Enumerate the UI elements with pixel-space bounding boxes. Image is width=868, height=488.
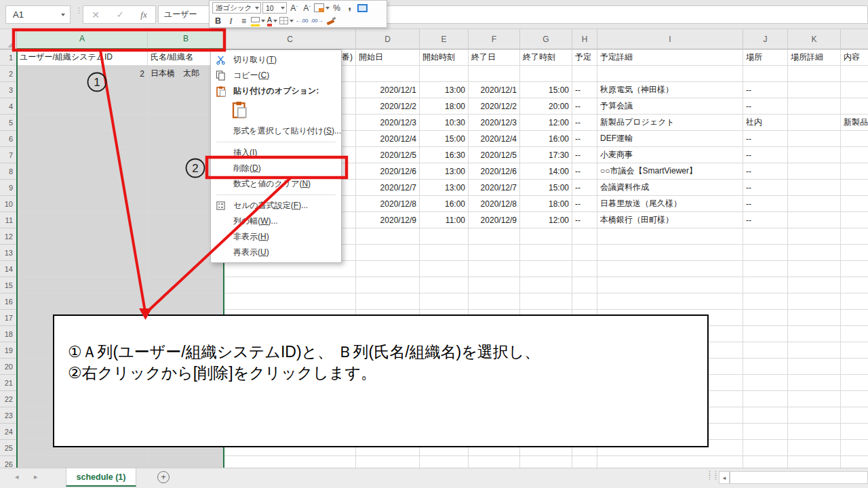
name-box[interactable]: A1 (5, 5, 71, 24)
cell-D26[interactable] (356, 456, 420, 468)
cell-K26[interactable] (788, 456, 841, 468)
cell-G2[interactable] (520, 66, 572, 82)
cell-E12[interactable] (420, 228, 469, 245)
sheet-tab-schedule[interactable]: schedule (1) (66, 468, 136, 487)
row-header-26[interactable]: 26 (0, 456, 17, 468)
cell-D16[interactable] (356, 293, 420, 310)
cell-D11[interactable]: 2020/12/9 (356, 212, 420, 228)
add-sheet-button[interactable]: + (157, 471, 170, 483)
cell-E14[interactable] (420, 261, 469, 277)
cell-G7[interactable]: 17:30 (520, 147, 572, 163)
menu-item-column-width[interactable]: 列の幅(W)... (211, 214, 341, 229)
cell-A12[interactable] (17, 228, 148, 245)
cell-K2[interactable] (788, 66, 841, 82)
cell-J3[interactable]: -- (743, 82, 788, 98)
cell-G26[interactable] (520, 456, 572, 468)
cell-K23[interactable] (788, 407, 841, 424)
cell-K18[interactable] (788, 326, 841, 342)
cell-G10[interactable]: 18:00 (520, 196, 572, 212)
cell-J1[interactable]: 場所 (743, 49, 788, 66)
cell-L11[interactable] (841, 212, 868, 228)
cell-C16[interactable] (224, 293, 356, 310)
font-name-select[interactable]: 游ゴシック (212, 2, 261, 14)
cell-K22[interactable] (788, 391, 841, 407)
cell-L2[interactable] (841, 66, 868, 82)
cell-A1[interactable]: ユーザー/組織システムID (17, 49, 148, 66)
row-header-19[interactable]: 19 (0, 342, 17, 359)
cell-K3[interactable] (788, 82, 841, 98)
cell-F1[interactable]: 終了日 (469, 49, 520, 66)
insert-cells-icon[interactable] (357, 2, 368, 14)
column-header-G[interactable]: G (520, 29, 572, 49)
percent-style-icon[interactable]: % (331, 2, 342, 14)
cell-J11[interactable]: -- (743, 212, 788, 228)
cell-L6[interactable] (841, 131, 868, 147)
italic-icon[interactable]: I (225, 15, 237, 26)
cell-F10[interactable]: 2020/12/8 (469, 196, 520, 212)
cell-J20[interactable] (743, 359, 788, 375)
cell-D15[interactable] (356, 277, 420, 293)
cell-E6[interactable]: 15:00 (420, 131, 469, 147)
row-header-18[interactable]: 18 (0, 326, 17, 342)
increase-decimal-icon[interactable]: ←.00 (295, 15, 309, 26)
cell-I12[interactable] (597, 228, 743, 245)
cell-I2[interactable] (597, 66, 743, 82)
menu-item-unhide[interactable]: 再表示(U) (211, 245, 341, 260)
column-header-D[interactable]: D (356, 29, 420, 49)
cell-K10[interactable] (788, 196, 841, 212)
cell-A16[interactable] (17, 293, 148, 310)
cell-A2[interactable]: 2 (17, 66, 148, 82)
column-header-L[interactable]: L (841, 29, 868, 49)
cell-J19[interactable] (743, 342, 788, 359)
cell-L14[interactable] (841, 261, 868, 277)
cell-F2[interactable] (469, 66, 520, 82)
cell-K16[interactable] (788, 293, 841, 310)
cell-L5[interactable]: 新製品 (841, 115, 868, 131)
cell-H1[interactable]: 予定 (572, 49, 597, 66)
borders-icon[interactable] (279, 15, 294, 26)
cell-E1[interactable]: 開始時刻 (420, 49, 469, 66)
cell-B15[interactable] (148, 277, 224, 293)
cell-F12[interactable] (469, 228, 520, 245)
cell-J13[interactable] (743, 245, 788, 261)
cell-L18[interactable] (841, 326, 868, 342)
cell-F11[interactable]: 2020/12/9 (469, 212, 520, 228)
cell-G8[interactable]: 14:00 (520, 163, 572, 180)
cell-I15[interactable] (597, 277, 743, 293)
column-header-F[interactable]: F (469, 29, 520, 49)
cell-K4[interactable] (788, 98, 841, 115)
cell-K8[interactable] (788, 163, 841, 180)
row-header-20[interactable]: 20 (0, 359, 17, 375)
fill-color-icon[interactable] (251, 15, 265, 26)
cell-G14[interactable] (520, 261, 572, 277)
dropdown-arrow-icon[interactable] (255, 7, 259, 9)
dropdown-arrow-icon[interactable] (273, 20, 277, 22)
cell-E26[interactable] (420, 456, 469, 468)
row-header-6[interactable]: 6 (0, 131, 17, 147)
cell-E13[interactable] (420, 245, 469, 261)
cell-F5[interactable]: 2020/12/3 (469, 115, 520, 131)
cell-H13[interactable] (572, 245, 597, 261)
cell-I6[interactable]: DEF運輸 (597, 131, 743, 147)
cell-C26[interactable] (224, 456, 356, 468)
cell-I7[interactable]: 小麦商事 (597, 147, 743, 163)
cell-L9[interactable] (841, 180, 868, 196)
cell-C14[interactable] (224, 261, 356, 277)
column-header-E[interactable]: E (420, 29, 469, 49)
cell-J18[interactable] (743, 326, 788, 342)
cell-L26[interactable] (841, 456, 868, 468)
cell-J9[interactable]: -- (743, 180, 788, 196)
cell-H7[interactable]: -- (572, 147, 597, 163)
cell-H8[interactable]: -- (572, 163, 597, 180)
cell-E9[interactable]: 13:00 (420, 180, 469, 196)
row-header-7[interactable]: 7 (0, 147, 17, 163)
cell-L13[interactable] (841, 245, 868, 261)
cell-E15[interactable] (420, 277, 469, 293)
cancel-icon[interactable]: ✕ (92, 9, 100, 20)
cell-E16[interactable] (420, 293, 469, 310)
cell-J5[interactable]: 社内 (743, 115, 788, 131)
cell-A5[interactable] (17, 115, 148, 131)
cell-A7[interactable] (17, 147, 148, 163)
column-header-I[interactable]: I (597, 29, 743, 49)
cell-G1[interactable]: 終了時刻 (520, 49, 572, 66)
